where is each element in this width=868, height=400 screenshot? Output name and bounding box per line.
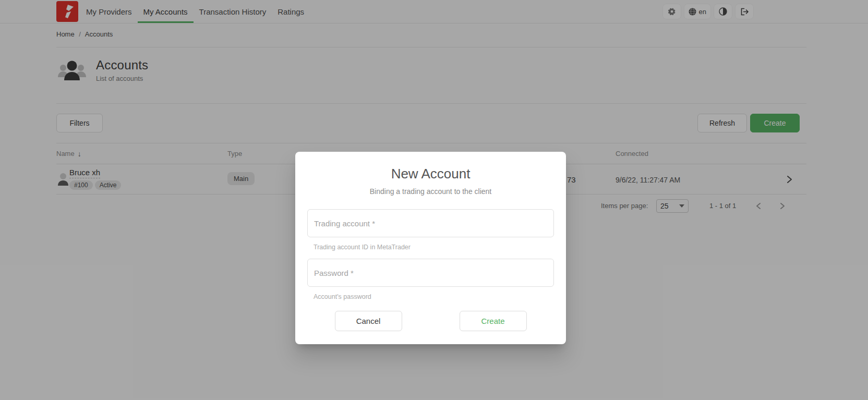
password-input[interactable]: [307, 259, 554, 287]
app-screen: My Providers My Accounts Transaction His…: [0, 0, 868, 400]
dialog-cancel-button[interactable]: Cancel: [335, 311, 402, 331]
password-hint: Account's password: [314, 293, 554, 300]
new-account-dialog: New Account Binding a trading account to…: [295, 152, 566, 344]
dialog-actions: Cancel Create: [307, 311, 554, 331]
dialog-title: New Account: [307, 165, 554, 182]
dialog-create-button[interactable]: Create: [460, 311, 527, 331]
trading-account-hint: Trading account ID in MetaTrader: [314, 244, 554, 251]
dialog-subtitle: Binding a trading account to the client: [307, 187, 554, 196]
trading-account-input[interactable]: [307, 209, 554, 237]
